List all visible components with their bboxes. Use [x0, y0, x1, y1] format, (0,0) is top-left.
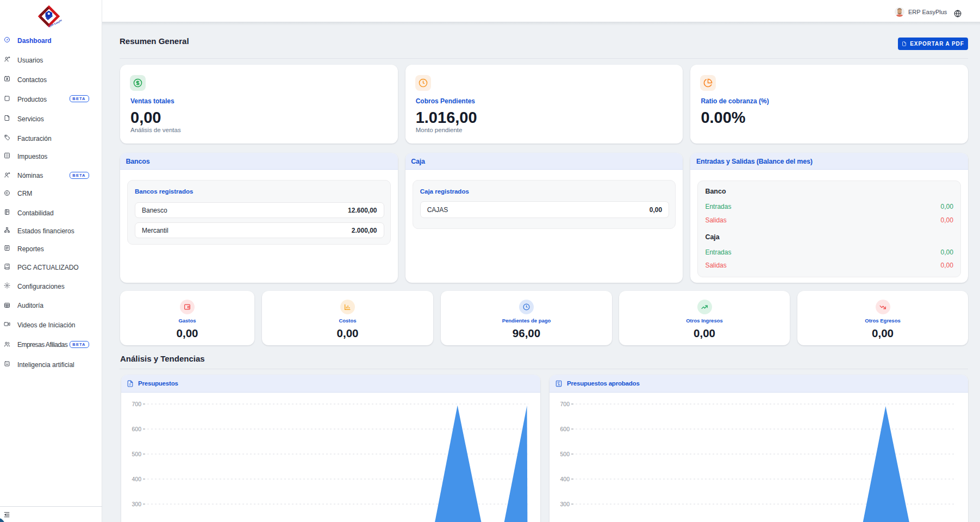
- svg-text:700: 700: [132, 401, 141, 407]
- svg-text:500: 500: [132, 451, 141, 457]
- svg-text:500: 500: [560, 451, 570, 457]
- svg-text:600: 600: [132, 426, 141, 432]
- svg-text:600: 600: [560, 426, 570, 432]
- svg-text:400: 400: [560, 476, 570, 482]
- svg-text:400: 400: [132, 476, 141, 482]
- svg-text:300: 300: [132, 501, 141, 507]
- svg-text:700: 700: [560, 401, 570, 407]
- svg-text:300: 300: [560, 501, 570, 507]
